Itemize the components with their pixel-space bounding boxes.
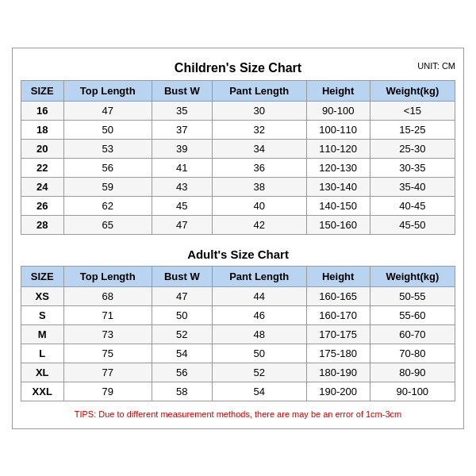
adult-table-cell: 47 bbox=[152, 286, 212, 305]
adult-chart-title: Adult's Size Chart bbox=[21, 241, 455, 263]
adult-table-row: S715046160-17055-60 bbox=[21, 305, 455, 324]
adult-table-row: L755450175-18070-80 bbox=[21, 344, 455, 363]
children-table-cell: 22 bbox=[21, 158, 64, 177]
adult-table-row: XS684744160-16550-55 bbox=[21, 286, 455, 305]
adult-table-row: M735248170-17560-70 bbox=[21, 324, 455, 344]
adult-table-cell: XL bbox=[21, 363, 64, 382]
adult-table-cell: XS bbox=[21, 286, 64, 305]
adult-table-cell: 54 bbox=[152, 344, 212, 363]
adult-table-cell: 90-100 bbox=[370, 382, 455, 401]
adult-table-cell: 55-60 bbox=[370, 305, 455, 324]
children-header-cell: Height bbox=[306, 80, 370, 101]
children-table-cell: 26 bbox=[21, 196, 64, 215]
adult-table-cell: 50-55 bbox=[370, 286, 455, 305]
adult-table-row: XL775652180-19080-90 bbox=[21, 363, 455, 382]
adult-table-row: XXL795854190-20090-100 bbox=[21, 382, 455, 401]
adult-table-cell: 71 bbox=[63, 305, 152, 324]
adult-table-cell: 80-90 bbox=[370, 363, 455, 382]
adult-table-cell: 170-175 bbox=[306, 324, 370, 344]
adult-table-cell: 190-200 bbox=[306, 382, 370, 401]
children-table-cell: 36 bbox=[212, 158, 306, 177]
children-table-cell: 56 bbox=[63, 158, 152, 177]
children-header-cell: Top Length bbox=[63, 80, 152, 101]
children-table-cell: 110-120 bbox=[306, 139, 370, 158]
children-table-cell: 40-45 bbox=[370, 196, 455, 215]
adult-table-cell: 52 bbox=[212, 363, 306, 382]
children-table-row: 18503732100-11015-25 bbox=[21, 120, 455, 139]
children-size-table: SIZETop LengthBust WPant LengthHeightWei… bbox=[21, 80, 455, 235]
children-table-cell: 37 bbox=[152, 120, 212, 139]
children-table-cell: 100-110 bbox=[306, 120, 370, 139]
children-header-row: SIZETop LengthBust WPant LengthHeightWei… bbox=[21, 80, 455, 101]
adult-table-cell: 75 bbox=[63, 344, 152, 363]
unit-label: UNIT: CM bbox=[417, 61, 455, 71]
adult-table-cell: 60-70 bbox=[370, 324, 455, 344]
adult-table-cell: 180-190 bbox=[306, 363, 370, 382]
adult-table-cell: 70-80 bbox=[370, 344, 455, 363]
children-table-cell: 32 bbox=[212, 120, 306, 139]
adult-table-cell: 50 bbox=[152, 305, 212, 324]
children-table-cell: 28 bbox=[21, 215, 64, 234]
adult-table-cell: 79 bbox=[63, 382, 152, 401]
children-table-cell: 45-50 bbox=[370, 215, 455, 234]
children-table-cell: 42 bbox=[212, 215, 306, 234]
children-table-cell: 40 bbox=[212, 196, 306, 215]
children-table-cell: 34 bbox=[212, 139, 306, 158]
adult-header-row: SIZETop LengthBust WPant LengthHeightWei… bbox=[21, 266, 455, 286]
children-table-cell: 35 bbox=[152, 101, 212, 120]
children-table-cell: 39 bbox=[152, 139, 212, 158]
children-table-row: 1647353090-100<15 bbox=[21, 101, 455, 120]
adult-table-cell: 54 bbox=[212, 382, 306, 401]
children-table-cell: 150-160 bbox=[306, 215, 370, 234]
children-table-cell: 50 bbox=[63, 120, 152, 139]
children-table-cell: 35-40 bbox=[370, 177, 455, 196]
children-table-cell: 25-30 bbox=[370, 139, 455, 158]
adult-header-cell: Weight(kg) bbox=[370, 266, 455, 286]
adult-header-cell: Bust W bbox=[152, 266, 212, 286]
adult-table-cell: 77 bbox=[63, 363, 152, 382]
children-header-cell: Pant Length bbox=[212, 80, 306, 101]
children-table-cell: 38 bbox=[212, 177, 306, 196]
children-table-row: 22564136120-13030-35 bbox=[21, 158, 455, 177]
children-table-cell: 47 bbox=[63, 101, 152, 120]
adult-table-cell: 56 bbox=[152, 363, 212, 382]
children-table-cell: 120-130 bbox=[306, 158, 370, 177]
children-table-cell: 45 bbox=[152, 196, 212, 215]
tips-text: TIPS: Due to different measurement metho… bbox=[21, 408, 455, 420]
adult-table-cell: 52 bbox=[152, 324, 212, 344]
children-title-text: Children's Size Chart bbox=[175, 61, 301, 75]
children-header-cell: Weight(kg) bbox=[370, 80, 455, 101]
size-chart-container: Children's Size Chart UNIT: CM SIZETop L… bbox=[12, 48, 464, 429]
adult-table-cell: 44 bbox=[212, 286, 306, 305]
children-table-row: 24594338130-14035-40 bbox=[21, 177, 455, 196]
children-table-cell: 65 bbox=[63, 215, 152, 234]
children-table-cell: 47 bbox=[152, 215, 212, 234]
adult-table-cell: L bbox=[21, 344, 64, 363]
adult-table-cell: 68 bbox=[63, 286, 152, 305]
adult-header-cell: SIZE bbox=[21, 266, 64, 286]
children-table-cell: 30 bbox=[212, 101, 306, 120]
children-chart-title: Children's Size Chart UNIT: CM bbox=[21, 56, 455, 77]
adult-table-cell: 160-170 bbox=[306, 305, 370, 324]
adult-table-cell: 73 bbox=[63, 324, 152, 344]
children-table-cell: <15 bbox=[370, 101, 455, 120]
adult-table-cell: 46 bbox=[212, 305, 306, 324]
children-table-cell: 30-35 bbox=[370, 158, 455, 177]
children-table-row: 28654742150-16045-50 bbox=[21, 215, 455, 234]
adult-header-cell: Pant Length bbox=[212, 266, 306, 286]
children-table-cell: 16 bbox=[21, 101, 64, 120]
children-header-cell: Bust W bbox=[152, 80, 212, 101]
adult-table-cell: 50 bbox=[212, 344, 306, 363]
adult-table-cell: 160-165 bbox=[306, 286, 370, 305]
adult-size-table: SIZETop LengthBust WPant LengthHeightWei… bbox=[21, 266, 455, 401]
children-table-cell: 20 bbox=[21, 139, 64, 158]
adult-table-cell: XXL bbox=[21, 382, 64, 401]
children-table-cell: 130-140 bbox=[306, 177, 370, 196]
children-table-cell: 41 bbox=[152, 158, 212, 177]
adult-table-cell: 175-180 bbox=[306, 344, 370, 363]
children-table-cell: 62 bbox=[63, 196, 152, 215]
children-table-cell: 59 bbox=[63, 177, 152, 196]
tips-content: TIPS: Due to different measurement metho… bbox=[75, 409, 401, 419]
children-table-cell: 24 bbox=[21, 177, 64, 196]
children-table-cell: 53 bbox=[63, 139, 152, 158]
